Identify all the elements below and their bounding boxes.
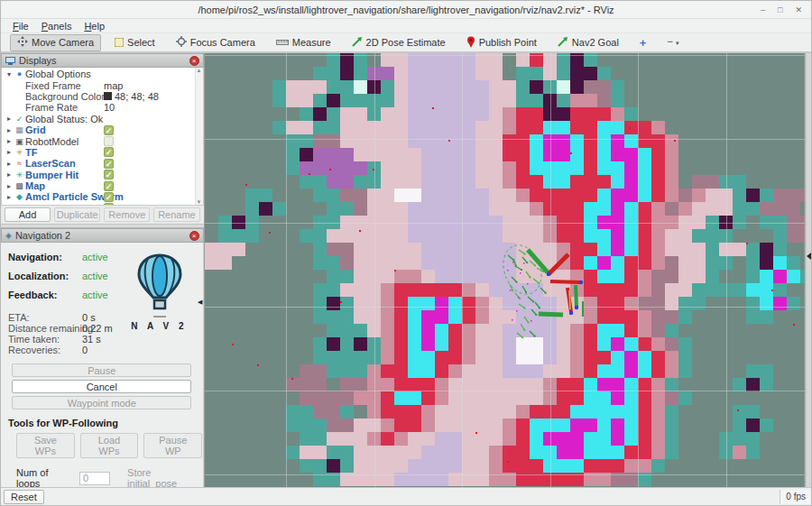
menu-panels[interactable]: Panels <box>35 21 78 32</box>
minimize-icon[interactable]: – <box>761 2 765 18</box>
fps-counter: 0 fps <box>780 490 811 504</box>
nav2-close-icon[interactable]: × <box>189 231 199 241</box>
tool-publish-point[interactable]: Publish Point <box>459 34 544 51</box>
nav-stat-label: Time taken: <box>8 334 60 345</box>
tree-row-tf[interactable]: ▸✳TF✓ <box>2 147 203 158</box>
tree-expand-icon[interactable]: ▸ <box>5 193 14 201</box>
3d-viewport[interactable] <box>204 53 812 489</box>
tree-expand-icon[interactable]: ▸ <box>5 160 14 168</box>
displays-panel-header[interactable]: Displays × <box>1 53 204 68</box>
tree-row-map[interactable]: ▸▩Map✓ <box>2 180 203 191</box>
display-checkbox[interactable]: ✓ <box>104 159 114 169</box>
property-label: Fixed Frame <box>25 80 81 91</box>
tree-row-frame-rate[interactable]: Frame Rate10 <box>2 102 203 113</box>
left-panel-column: Displays × ▾●Global OptionsFixed Framema… <box>1 53 204 489</box>
property-label: Background Color <box>25 91 105 102</box>
tool-move-camera[interactable]: Move Camera <box>10 34 101 51</box>
nav-stat-value: 0 s <box>82 312 96 323</box>
nav-stat-row: Time taken:31 s <box>1 334 203 345</box>
measure-icon <box>276 38 289 48</box>
reset-button[interactable]: Reset <box>4 490 44 504</box>
duplicate-button[interactable]: Duplicate <box>54 207 100 222</box>
tool-label: 2D Pose Estimate <box>366 37 446 48</box>
display-label: Grid <box>25 124 46 135</box>
maximize-icon[interactable]: □ <box>778 2 782 18</box>
displays-tree-scrollbar[interactable]: ▲▼ <box>195 68 203 205</box>
tree-row-laserscan[interactable]: ▸≈LaserScan✓ <box>2 158 203 169</box>
globe-icon: ● <box>14 69 25 78</box>
cancel-button[interactable]: Cancel <box>12 380 191 393</box>
display-checkbox[interactable]: ✓ <box>104 192 114 202</box>
nav2-panel-title: Navigation 2 <box>15 230 70 241</box>
display-checkbox[interactable]: ✓ <box>104 170 114 179</box>
tool-measure[interactable]: Measure <box>269 34 338 51</box>
publish-point-icon <box>466 36 475 50</box>
tool-focus-camera[interactable]: Focus Camera <box>169 34 263 51</box>
tree-expand-icon[interactable]: ▸ <box>5 182 14 190</box>
tool-add-tool[interactable]: + <box>632 34 654 51</box>
tree-collapse-icon[interactable]: ▾ <box>5 70 14 78</box>
nav-status-value: active <box>82 290 108 300</box>
scroll-down-icon[interactable]: ▼ <box>196 199 203 205</box>
waypoint-mode-button[interactable]: Waypoint mode <box>12 396 191 409</box>
wp-button-row: Save WPsLoad WPsPause WP <box>16 433 203 458</box>
tree-row-global-planner[interactable]: ▸▤Global Planner✓ <box>2 203 203 206</box>
display-checkbox[interactable]: ✓ <box>104 203 114 206</box>
tree-expand-icon[interactable]: ▸ <box>5 170 14 179</box>
close-icon[interactable]: ✕ <box>795 2 802 18</box>
tree-expand-icon[interactable]: ▸ <box>5 137 14 145</box>
display-checkbox[interactable]: ✓ <box>104 147 114 157</box>
tool-2d-pose-estimate[interactable]: 2D Pose Estimate <box>345 34 453 51</box>
tree-row-global-status-ok[interactable]: ▸✓Global Status: Ok <box>2 114 203 124</box>
tree-row-grid[interactable]: ▸▦Grid✓ <box>2 124 203 135</box>
viewport-canvas[interactable] <box>205 53 812 489</box>
tree-row-robotmodel[interactable]: ▸▣RobotModel✓ <box>2 135 203 146</box>
display-label: Map <box>25 180 45 191</box>
display-checkbox[interactable]: ✓ <box>104 136 114 146</box>
panel-collapse-icon[interactable]: ◀ <box>198 299 202 306</box>
property-value: 10 <box>104 102 115 113</box>
tree-row-fixed-frame[interactable]: Fixed Framemap <box>2 79 203 90</box>
pause-button[interactable]: Pause <box>12 363 191 377</box>
display-label: Global Planner <box>25 203 96 206</box>
pause-wp-button[interactable]: Pause WP <box>143 433 202 458</box>
remove-tool-icon: − ▾ <box>667 37 678 48</box>
tool-label: Publish Point <box>479 37 537 48</box>
rename-button[interactable]: Rename <box>153 207 199 222</box>
menu-bar: FilePanelsHelp <box>1 19 811 33</box>
add-button[interactable]: Add <box>5 207 51 222</box>
tree-expand-icon[interactable]: ▸ <box>5 126 14 134</box>
grid-icon: ▦ <box>14 125 25 134</box>
remove-button[interactable]: Remove <box>104 207 150 222</box>
tree-expand-icon[interactable]: ▸ <box>5 204 14 206</box>
tree-row-bumper-hit[interactable]: ▸✳Bumper Hit✓ <box>2 170 203 180</box>
focus-camera-icon <box>176 36 187 49</box>
display-checkbox[interactable]: ✓ <box>104 181 114 191</box>
tool-remove-tool[interactable]: − ▾ <box>660 34 686 51</box>
displays-close-icon[interactable]: × <box>189 56 199 66</box>
title-bar: /home/pi/ros2_ws/install/lightrover_navi… <box>1 1 811 19</box>
save-wps-button[interactable]: Save WPs <box>16 433 75 458</box>
display-checkbox[interactable]: ✓ <box>104 125 114 135</box>
tree-row-global-options[interactable]: ▾●Global Options <box>2 69 203 79</box>
nav2-panel-body: Navigation:activeLocalization:activeFeed… <box>1 243 204 489</box>
tree-row-background-color[interactable]: Background Color48; 48; 48 <box>2 91 203 102</box>
displays-icon <box>5 57 15 65</box>
scroll-up-icon[interactable]: ▲ <box>197 68 202 73</box>
nav-status-value: active <box>82 252 108 262</box>
store-initial-pose-button[interactable]: Store initial_pose <box>127 467 202 489</box>
tools-wp-label: Tools for WP-Following <box>8 418 203 428</box>
num-of-loops-input[interactable] <box>79 472 110 485</box>
load-wps-button[interactable]: Load WPs <box>80 433 138 458</box>
nav2-panel-icon: ◈ <box>5 231 12 240</box>
menu-file[interactable]: File <box>6 21 35 32</box>
menu-help[interactable]: Help <box>78 21 111 32</box>
tree-row-amcl-particle-swarm[interactable]: ▸◆Amcl Particle Swarm✓ <box>2 191 203 202</box>
tool-label: Focus Camera <box>190 37 255 48</box>
nav-status-value: active <box>82 271 108 281</box>
tool-select[interactable]: Select <box>107 34 162 51</box>
nav2-panel-header[interactable]: ◈ Navigation 2 × <box>1 228 204 243</box>
tree-expand-icon[interactable]: ▸ <box>5 148 14 156</box>
tool-nav2-goal[interactable]: Nav2 Goal <box>550 34 626 51</box>
tree-expand-icon[interactable]: ▸ <box>5 115 14 123</box>
